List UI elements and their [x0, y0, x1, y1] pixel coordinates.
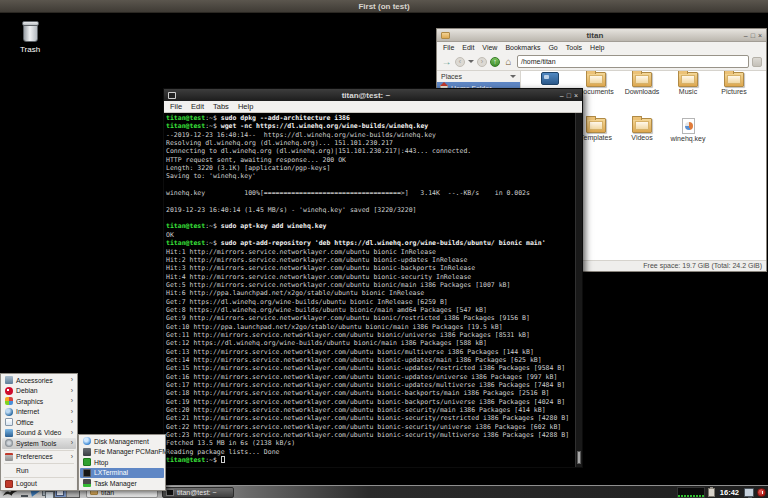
terminal-line: titan@test:~$ [166, 456, 573, 464]
close-button[interactable]: × [574, 92, 578, 99]
chevron-down-icon [510, 75, 516, 78]
path-input[interactable]: /home/titan [517, 55, 749, 68]
htop-icon [83, 458, 91, 466]
menu-item-accessories[interactable]: Accessories› [2, 375, 76, 386]
file-manager-titlebar[interactable]: titan –□× [437, 29, 766, 42]
pictures-folder[interactable]: Pictures [713, 72, 755, 95]
maximize-button[interactable]: □ [751, 32, 755, 39]
terminal-menubar: FileEditTabsHelp [164, 101, 582, 113]
terminal-line: Get:22 http://mirrors.service.networklay… [166, 423, 573, 431]
file-manager-menu-file[interactable]: File [443, 44, 454, 51]
menu-item-debian[interactable]: Debian› [2, 386, 76, 397]
submenu-item-disk-management[interactable]: Disk Management [80, 436, 164, 447]
scrollbar-thumb[interactable] [577, 451, 581, 464]
submenu-arrow-icon: › [71, 453, 73, 461]
trash-desktop-item[interactable]: Trash [13, 23, 47, 54]
file-manager-menu-go[interactable]: Go [548, 44, 557, 51]
desktop-screen: First (on test) Trash titan –□× FileEdit… [0, 0, 768, 498]
menu-item-logout[interactable]: Logout [2, 479, 76, 490]
terminal-body[interactable]: titan@test:~$ sudo dpkg --add-architectu… [164, 113, 582, 467]
videos-folder[interactable]: Videos [621, 118, 663, 141]
terminal-line: 2019-12-23 16:40:14 (1.45 MB/s) - 'wineh… [166, 206, 573, 214]
menu-item-sound-video[interactable]: Sound & Video› [2, 428, 76, 439]
terminal-line: Get:20 http://mirrors.service.networklay… [166, 406, 573, 414]
logout-icon [5, 480, 13, 488]
submenu-item-lxterminal[interactable]: LXTerminal [80, 468, 164, 479]
folder-icon [586, 72, 606, 87]
file-label: Downloads [621, 88, 663, 95]
music-folder[interactable]: Music [667, 72, 709, 95]
menu-item-internet[interactable]: Internet› [2, 407, 76, 418]
submenu-arrow-icon: › [71, 376, 73, 384]
terminal-menu-help[interactable]: Help [238, 102, 253, 111]
debian-icon [5, 387, 13, 395]
file-label: Videos [621, 134, 663, 141]
back-icon[interactable]: ‹ [455, 57, 465, 67]
history-chevron-icon[interactable] [468, 60, 474, 63]
file-manager-menu-view[interactable]: View [482, 44, 497, 51]
file-manager-menu-bookmarks[interactable]: Bookmarks [505, 44, 540, 51]
clipboard-icon[interactable] [708, 488, 715, 497]
up-icon[interactable]: ↑ [490, 57, 500, 67]
sound-video-icon [5, 429, 13, 437]
menu-item-run[interactable]: Run [2, 465, 76, 476]
terminal-line: Fetched 13.5 MB in 6s (2138 kB/s) [166, 439, 573, 447]
terminal-line: Get:5 http://mirrors.service.networklaye… [166, 281, 573, 289]
nav-arrow-icon[interactable]: → [441, 56, 452, 67]
menu-item-label: LXTerminal [94, 469, 128, 476]
terminal-line: Get:23 http://mirrors.service.networklay… [166, 431, 573, 439]
downloads-folder[interactable]: Downloads [621, 72, 663, 95]
vm-titlebar[interactable]: First (on test) [0, 0, 768, 13]
disk-management-icon [83, 437, 91, 445]
submenu-item-htop[interactable]: Htop [80, 457, 164, 468]
terminal-line: titan@test:~$ sudo apt-key add winehq.ke… [166, 222, 573, 230]
menu-item-label: Office [16, 419, 34, 426]
terminal-line: Get:8 https://dl.winehq.org/wine-builds/… [166, 306, 573, 314]
terminal-menu-tabs[interactable]: Tabs [213, 102, 229, 111]
task-button-label: titan@test: ~ [177, 489, 217, 496]
menu-item-graphics[interactable]: Graphics› [2, 396, 76, 407]
terminal-line [166, 181, 573, 189]
terminal-menu-file[interactable]: File [170, 102, 182, 111]
menu-item-preferences[interactable]: Preferences› [2, 452, 76, 463]
menu-item-label: System Tools [16, 440, 56, 447]
file-label: Music [667, 88, 709, 95]
menu-item-office[interactable]: Office› [2, 417, 76, 428]
terminal-line: Get:21 http://mirrors.service.networklay… [166, 414, 573, 422]
run-icon [5, 466, 13, 474]
home-icon[interactable]: ⌂ [503, 56, 514, 67]
terminal-scrollbar[interactable] [575, 113, 582, 467]
power-icon[interactable] [757, 488, 766, 497]
display-settings-icon[interactable] [744, 488, 754, 497]
minimize-button[interactable]: – [744, 32, 748, 39]
close-button[interactable]: × [758, 32, 762, 39]
submenu-item-task-manager[interactable]: Task Manager [80, 478, 164, 489]
file-manager-menu-edit[interactable]: Edit [462, 44, 474, 51]
terminal-menu-edit[interactable]: Edit [191, 102, 204, 111]
system-tray: 16:42 [677, 487, 766, 498]
pointer-icon[interactable] [752, 57, 762, 67]
terminal-line: Saving to: 'winehq.key' [166, 172, 573, 180]
winehq-key-file[interactable]: winehq.key [667, 118, 709, 142]
menu-separator [4, 463, 74, 464]
preferences-icon [5, 453, 13, 461]
desktop-folder[interactable] [529, 72, 571, 86]
menu-item-system-tools[interactable]: System Tools› [2, 438, 76, 449]
menu-item-label: Accessories [16, 377, 53, 384]
file-manager-menu-help[interactable]: Help [590, 44, 604, 51]
cpu-monitor [677, 487, 705, 498]
accessories-icon [5, 376, 13, 384]
application-menu: Accessories›Debian›Graphics›Internet›Off… [0, 373, 78, 491]
menu-item-label: Task Manager [94, 480, 137, 487]
file-manager-menu-tools[interactable]: Tools [566, 44, 582, 51]
terminal-titlebar[interactable]: titan@test: ~ –□× [164, 89, 582, 101]
terminal-cursor [221, 456, 225, 463]
task-button-titan-test-[interactable]: titan@test: ~ [162, 487, 234, 498]
terminal-line: Hit:3 http://mirrors.service.networklaye… [166, 264, 573, 272]
submenu-item-file-manager-pcmanfm[interactable]: File Manager PCManFM [80, 447, 164, 458]
forward-icon[interactable]: › [477, 57, 487, 67]
maximize-button[interactable]: □ [567, 92, 571, 99]
minimize-button[interactable]: – [560, 92, 564, 99]
menu-item-label: Graphics [16, 398, 43, 405]
places-header[interactable]: Places [437, 71, 520, 82]
